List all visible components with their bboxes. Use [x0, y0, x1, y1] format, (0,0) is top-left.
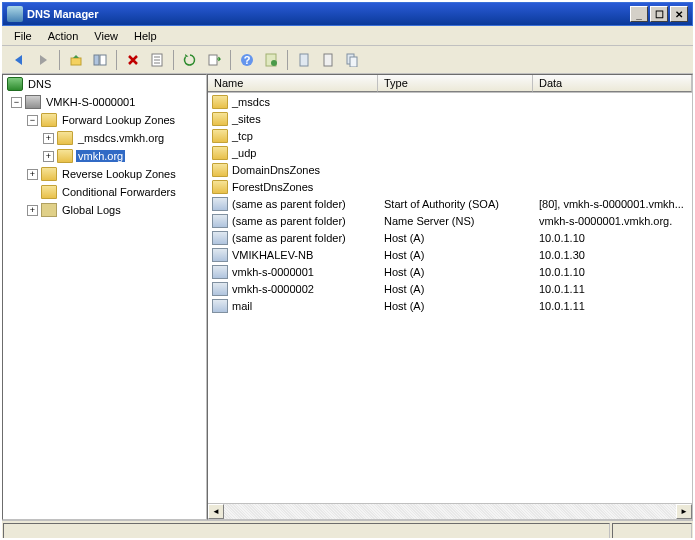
menu-file[interactable]: File: [6, 28, 40, 44]
expand-icon[interactable]: +: [43, 151, 54, 162]
record-data: [80], vmkh-s-0000001.vmkh...: [533, 198, 692, 210]
tree-root-dns[interactable]: DNS: [3, 75, 206, 93]
scrollbar-track[interactable]: [224, 504, 676, 519]
close-button[interactable]: ✕: [670, 6, 688, 22]
list-row[interactable]: (same as parent folder)Host (A)10.0.1.10: [208, 229, 692, 246]
record-type: Host (A): [378, 249, 533, 261]
tree-global-logs[interactable]: + Global Logs: [3, 201, 206, 219]
toolbar-separator: [230, 50, 231, 70]
dns-icon: [7, 77, 23, 91]
record-name: vmkh-s-0000001: [232, 266, 314, 278]
tree-zone-msdcs[interactable]: + _msdcs.vmkh.org: [3, 129, 206, 147]
record-name: ForestDnsZones: [232, 181, 313, 193]
svg-rect-2: [100, 55, 106, 65]
tree-label: _msdcs.vmkh.org: [76, 132, 166, 144]
list-row[interactable]: DomainDnsZones: [208, 161, 692, 178]
folder-icon: [212, 129, 228, 143]
refresh-button[interactable]: [179, 49, 201, 71]
tree-server[interactable]: − VMKH-S-0000001: [3, 93, 206, 111]
record-name: vmkh-s-0000002: [232, 283, 314, 295]
expand-icon[interactable]: +: [43, 133, 54, 144]
list-row[interactable]: ForestDnsZones: [208, 178, 692, 195]
list-row[interactable]: _msdcs: [208, 93, 692, 110]
record-icon: [212, 282, 228, 296]
expand-icon[interactable]: +: [27, 169, 38, 180]
new-zone-button[interactable]: [317, 49, 339, 71]
folder-icon: [41, 185, 57, 199]
up-button[interactable]: [65, 49, 87, 71]
expand-icon[interactable]: +: [27, 205, 38, 216]
record-name: (same as parent folder): [232, 215, 346, 227]
svg-text:?: ?: [244, 54, 251, 66]
menu-action[interactable]: Action: [40, 28, 87, 44]
record-data: 10.0.1.10: [533, 266, 692, 278]
tree-label: DNS: [26, 78, 53, 90]
svg-rect-13: [324, 54, 332, 66]
record-type: Host (A): [378, 300, 533, 312]
help-button[interactable]: ?: [236, 49, 258, 71]
list-row[interactable]: vmkh-s-0000002Host (A)10.0.1.11: [208, 280, 692, 297]
record-icon: [212, 231, 228, 245]
status-pane: [3, 523, 610, 540]
tree-label: Global Logs: [60, 204, 123, 216]
column-header-type[interactable]: Type: [378, 75, 533, 92]
svg-rect-1: [94, 55, 99, 65]
tree-label: Conditional Forwarders: [60, 186, 178, 198]
record-data: 10.0.1.30: [533, 249, 692, 261]
record-type: Name Server (NS): [378, 215, 533, 227]
list-row[interactable]: VMIKHALEV-NBHost (A)10.0.1.30: [208, 246, 692, 263]
tree-pane[interactable]: DNS − VMKH-S-0000001 − Forward Lookup Zo…: [2, 74, 207, 520]
toolbar-separator: [59, 50, 60, 70]
list-row[interactable]: _sites: [208, 110, 692, 127]
horizontal-scrollbar[interactable]: ◄ ►: [208, 503, 692, 519]
scroll-left-button[interactable]: ◄: [208, 504, 224, 519]
record-name: _msdcs: [232, 96, 270, 108]
collapse-icon[interactable]: −: [27, 115, 38, 126]
record-data: 10.0.1.10: [533, 232, 692, 244]
tree-conditional-forwarders[interactable]: Conditional Forwarders: [3, 183, 206, 201]
forward-button[interactable]: [32, 49, 54, 71]
collapse-icon[interactable]: −: [11, 97, 22, 108]
tree-reverse-lookup-zones[interactable]: + Reverse Lookup Zones: [3, 165, 206, 183]
list-row[interactable]: _udp: [208, 144, 692, 161]
show-hide-tree-button[interactable]: [89, 49, 111, 71]
folder-icon: [212, 180, 228, 194]
app-icon: [7, 6, 23, 22]
minimize-button[interactable]: _: [630, 6, 648, 22]
new-record-button[interactable]: [293, 49, 315, 71]
filter-button[interactable]: [260, 49, 282, 71]
column-header-data[interactable]: Data: [533, 75, 692, 92]
list-row[interactable]: _tcp: [208, 127, 692, 144]
list-row[interactable]: (same as parent folder)Name Server (NS)v…: [208, 212, 692, 229]
export-button[interactable]: [203, 49, 225, 71]
record-type: Start of Authority (SOA): [378, 198, 533, 210]
column-header-name[interactable]: Name: [208, 75, 378, 92]
back-button[interactable]: [8, 49, 30, 71]
list-row[interactable]: mailHost (A)10.0.1.11: [208, 297, 692, 314]
tree-label: Forward Lookup Zones: [60, 114, 177, 126]
record-data: vmkh-s-0000001.vmkh.org.: [533, 215, 692, 227]
folder-icon: [212, 112, 228, 126]
properties-button[interactable]: [146, 49, 168, 71]
record-name: _sites: [232, 113, 261, 125]
maximize-button[interactable]: ☐: [650, 6, 668, 22]
record-name: (same as parent folder): [232, 198, 346, 210]
list-row[interactable]: (same as parent folder)Start of Authorit…: [208, 195, 692, 212]
list-body[interactable]: _msdcs_sites_tcp_udpDomainDnsZonesForest…: [208, 93, 692, 503]
menu-help[interactable]: Help: [126, 28, 165, 44]
record-icon: [212, 197, 228, 211]
tree-forward-lookup-zones[interactable]: − Forward Lookup Zones: [3, 111, 206, 129]
scroll-right-button[interactable]: ►: [676, 504, 692, 519]
delete-button[interactable]: [122, 49, 144, 71]
title-bar: DNS Manager _ ☐ ✕: [2, 2, 693, 26]
tree-zone-vmkh-org[interactable]: + vmkh.org: [3, 147, 206, 165]
folder-icon: [57, 131, 73, 145]
record-type: Host (A): [378, 266, 533, 278]
toolbar-separator: [116, 50, 117, 70]
new-server-button[interactable]: [341, 49, 363, 71]
logs-icon: [41, 203, 57, 217]
folder-icon: [212, 163, 228, 177]
menu-view[interactable]: View: [86, 28, 126, 44]
list-row[interactable]: vmkh-s-0000001Host (A)10.0.1.10: [208, 263, 692, 280]
record-name: _tcp: [232, 130, 253, 142]
